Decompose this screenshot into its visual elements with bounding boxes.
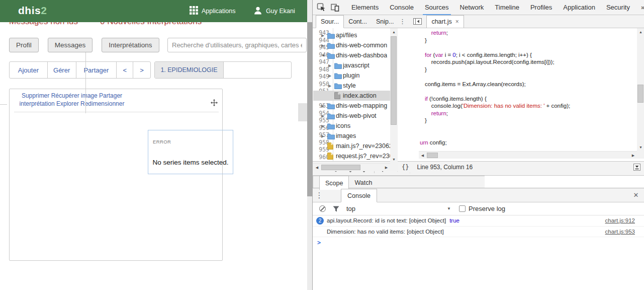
page-scrollbar-thumb[interactable]	[307, 22, 312, 196]
tree-item-images[interactable]: ▶images	[313, 131, 397, 141]
devtools-tab-sources[interactable]: Sources	[419, 0, 454, 15]
code-editor[interactable]: return;} for (var i = 0; i < config.item…	[419, 28, 636, 161]
widget-link[interactable]: Redimensionner	[80, 100, 124, 107]
tab-interprétations[interactable]: Interprétations	[102, 38, 159, 52]
dashboard-tab-epidemiologie[interactable]: 1. EPIDEMIOLOGIE	[155, 62, 224, 78]
devtools-tab-profiles[interactable]: Profiles	[525, 0, 558, 15]
devtools-tab-application[interactable]: Application	[558, 0, 601, 15]
pretty-print-button[interactable]: {}	[402, 164, 409, 171]
tree-item-request-js-rev-230[interactable]: request.js?_rev=230	[313, 151, 397, 161]
scroll-down-icon[interactable]: ▼	[637, 143, 644, 151]
chevron-collapsed-icon[interactable]: ▶	[321, 114, 327, 118]
chevron-expanded-icon[interactable]: ▼	[321, 53, 327, 58]
device-toolbar-icon[interactable]	[330, 3, 340, 12]
toolbar-button-ajouter[interactable]: Ajouter	[10, 62, 48, 78]
chevron-collapsed-icon[interactable]: ▶	[328, 63, 334, 68]
tree-scrollbar-thumb[interactable]	[391, 36, 397, 125]
console-prompt[interactable]: >	[313, 237, 644, 248]
chevron-collapsed-icon[interactable]: ▶	[328, 74, 334, 78]
tree-item-main-js-rev-23062[interactable]: main.js?_rev=23062	[313, 141, 397, 151]
tree-item-dhis-web-pivot[interactable]: ▶dhis-web-pivot	[313, 111, 397, 121]
scroll-right-icon[interactable]: ▶	[383, 164, 390, 171]
tree-item-style[interactable]: ▶style	[313, 81, 397, 91]
tree-vertical-scrollbar[interactable]: ▲ ▼	[390, 28, 398, 163]
page-scrollbar[interactable]	[307, 0, 312, 290]
scroll-up-icon[interactable]: ▲	[390, 28, 398, 36]
hide-navigator-icon[interactable]	[413, 15, 422, 28]
dhis2-logo[interactable]: dhis2	[18, 5, 47, 17]
inspect-element-icon[interactable]	[317, 3, 326, 12]
tree-item-dhis-web-common[interactable]: ▶dhis-web-common	[313, 40, 397, 50]
chevron-collapsed-icon[interactable]: ▶	[321, 33, 327, 38]
widget-separator	[14, 112, 219, 112]
dashboard-widget: Supprimer Récupérer image Partager inter…	[9, 89, 223, 261]
widget-link[interactable]: Récupérer image	[51, 92, 98, 99]
tree-item-icons[interactable]: ▶icons	[313, 121, 397, 131]
toggle-drawer-icon[interactable]	[633, 164, 640, 171]
devtools-tab-elements[interactable]: Elements	[346, 0, 384, 15]
chevron-collapsed-icon[interactable]: ▶	[321, 104, 327, 108]
file-tab-chartjs[interactable]: chart.js ×	[426, 15, 464, 28]
toolbar-button-next[interactable]: >	[133, 62, 150, 78]
scroll-left-icon[interactable]: ◀	[419, 152, 426, 159]
tree-hscrollbar-thumb[interactable]	[321, 165, 360, 170]
chevron-collapsed-icon[interactable]: ▶	[321, 43, 327, 48]
tree-item-dhis-web-dashboa[interactable]: ▼dhis-web-dashboa	[313, 50, 397, 60]
tab-console[interactable]: Console	[341, 189, 377, 202]
folder-icon	[327, 113, 336, 119]
editor-scrollbar-thumb[interactable]	[637, 85, 643, 103]
code-line	[425, 124, 636, 132]
toolbar-button-partager[interactable]: Partager	[76, 62, 117, 78]
tree-item-javascript[interactable]: ▶javascript	[313, 60, 397, 70]
drawer-menu-icon[interactable]: ⋮	[313, 188, 326, 202]
widget-link[interactable]: Supprimer	[22, 92, 49, 99]
tree-item-dhis-web-mapping[interactable]: ▶dhis-web-mapping	[313, 101, 397, 111]
tree-item-api-files[interactable]: ▶api/files	[313, 30, 397, 40]
navigator-tab-cont[interactable]: Cont...	[344, 15, 372, 28]
widget-link[interactable]: Explorer	[56, 100, 79, 107]
scroll-right-icon[interactable]: ▶	[629, 152, 637, 159]
preserve-log-checkbox[interactable]	[459, 205, 466, 212]
navigator-tab-snip[interactable]: Snip...	[372, 15, 398, 28]
tree-item-plugin[interactable]: ▶plugin	[313, 70, 397, 81]
devtools-tab-network[interactable]: Network	[454, 0, 490, 15]
applications-menu[interactable]: Applications	[190, 0, 235, 22]
scroll-up-icon[interactable]: ▲	[637, 28, 644, 36]
devtools-tab-console[interactable]: Console	[384, 0, 419, 15]
chevron-collapsed-icon[interactable]: ▶	[321, 124, 327, 128]
toolbar-button-gerer[interactable]: Gérer	[48, 62, 76, 78]
devtools-overflow-tabs[interactable]: »	[635, 0, 644, 15]
scroll-down-icon[interactable]: ▼	[390, 156, 398, 163]
tree-item-index-action[interactable]: index.action	[313, 91, 397, 101]
context-dropdown-icon[interactable]: ▼	[447, 206, 451, 211]
chevron-collapsed-icon[interactable]: ▶	[328, 84, 334, 88]
navigator-tab-sour[interactable]: Sour...	[316, 15, 344, 28]
editor-vertical-scrollbar[interactable]: ▲ ▼	[637, 28, 644, 151]
scroll-left-icon[interactable]: ◀	[313, 164, 321, 171]
filter-icon[interactable]	[333, 206, 339, 212]
editor-hscrollbar-thumb[interactable]	[427, 153, 438, 158]
devtools-tab-timeline[interactable]: Timeline	[489, 0, 525, 15]
code-line: config.items = Ext.Array.clean(records);	[425, 81, 636, 88]
toolbar-button-prev[interactable]: <	[117, 62, 133, 78]
inner-scrollbar-thumb[interactable]	[298, 103, 307, 121]
clear-console-icon[interactable]	[319, 205, 326, 212]
tree-item-label: index.action	[343, 92, 377, 99]
tree-item-label: main.js?_rev=23062	[336, 142, 393, 150]
console-source-link[interactable]: chart.js:953	[605, 229, 635, 235]
close-drawer-icon[interactable]: ✕	[627, 188, 644, 202]
console-source-link[interactable]: chart.js:912	[605, 218, 635, 224]
devtools-tab-security[interactable]: Security	[601, 0, 635, 15]
editor-horizontal-scrollbar[interactable]: ◀ ▶	[419, 151, 637, 159]
close-file-tab-icon[interactable]: ×	[455, 18, 459, 25]
tab-scope[interactable]: Scope	[319, 176, 349, 190]
navigator-menu-icon[interactable]: ⋮	[398, 15, 406, 28]
tab-messages[interactable]: Messages	[48, 38, 93, 52]
tree-horizontal-scrollbar[interactable]: ◀ ▶	[313, 163, 390, 171]
user-menu[interactable]: Guy Ekani	[253, 0, 295, 22]
search-input[interactable]	[167, 38, 307, 52]
chevron-collapsed-icon[interactable]: ▶	[321, 134, 327, 138]
tab-profil[interactable]: Profil	[9, 38, 39, 52]
execution-context-select[interactable]: top	[346, 205, 355, 212]
move-icon[interactable]	[211, 99, 218, 108]
